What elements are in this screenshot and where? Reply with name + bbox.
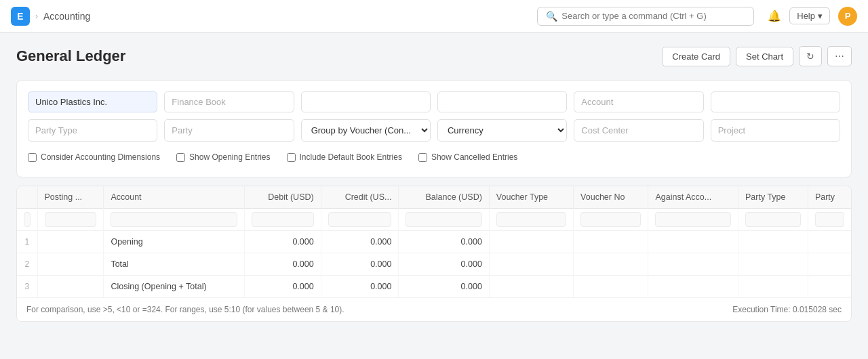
help-label: Help bbox=[797, 11, 815, 21]
row-credit-3: 0.000 bbox=[321, 276, 399, 298]
create-card-button[interactable]: Create Card bbox=[662, 47, 730, 66]
row-party-2 bbox=[808, 253, 851, 276]
topnav: E › Accounting 🔍 🔔 Help ▾ P bbox=[0, 0, 868, 33]
opening-entries-checkbox[interactable] bbox=[176, 153, 185, 162]
ledger-table-wrap: Posting ... Account Debit (USD) Credit (… bbox=[16, 186, 852, 322]
row-posting-3 bbox=[37, 276, 104, 298]
to-date-filter[interactable]: 26-04-2021 bbox=[437, 91, 567, 112]
row-num-3: 3 bbox=[17, 276, 37, 298]
row-party-type-3 bbox=[738, 276, 808, 298]
row-party-1 bbox=[808, 231, 851, 253]
row-party-type-1 bbox=[738, 231, 808, 253]
breadcrumb-sep: › bbox=[35, 12, 38, 21]
from-date-filter[interactable]: 26-04-2021 bbox=[301, 91, 431, 112]
row-balance-2: 0.000 bbox=[399, 253, 489, 276]
opening-entries-checkbox-label[interactable]: Show Opening Entries bbox=[176, 152, 270, 162]
default-book-label: Include Default Book Entries bbox=[300, 152, 402, 162]
page-header: General Ledger Create Card Set Chart ↻ ⋯ bbox=[16, 46, 852, 66]
row-posting-2 bbox=[37, 253, 104, 276]
voucher-no-filter[interactable]: MAT-STE-2021-00003 bbox=[711, 91, 840, 112]
row-voucher-type-1 bbox=[489, 231, 573, 253]
table-row[interactable]: 2 Total 0.000 0.000 0.000 bbox=[17, 253, 851, 276]
filter-row-1: 26-04-2021 26-04-2021 MAT-STE-2021-00003 bbox=[28, 91, 840, 112]
main-content: General Ledger Create Card Set Chart ↻ ⋯… bbox=[0, 33, 868, 335]
company-filter[interactable] bbox=[28, 91, 157, 112]
header-actions: Create Card Set Chart ↻ ⋯ bbox=[662, 46, 852, 66]
col-balance[interactable]: Balance (USD) bbox=[399, 186, 489, 209]
row-debit-1: 0.000 bbox=[244, 231, 321, 253]
app-logo[interactable]: E bbox=[11, 7, 30, 26]
project-filter[interactable] bbox=[711, 119, 840, 142]
row-debit-3: 0.000 bbox=[244, 276, 321, 298]
refresh-button[interactable]: ↻ bbox=[799, 46, 822, 66]
nav-right: 🔔 Help ▾ P bbox=[768, 7, 857, 26]
filter-row-2: Group by Voucher (Con... Currency bbox=[28, 119, 840, 142]
row-voucher-no-3 bbox=[574, 276, 648, 298]
footer-hint: For comparison, use >5, <10 or =324. For… bbox=[26, 305, 344, 314]
row-num-1: 1 bbox=[17, 231, 37, 253]
execution-time: Execution Time: 0.015028 sec bbox=[732, 305, 842, 314]
col-voucher-no[interactable]: Voucher No bbox=[574, 186, 648, 209]
row-balance-1: 0.000 bbox=[399, 231, 489, 253]
module-label[interactable]: Accounting bbox=[43, 11, 90, 22]
col-party-type[interactable]: Party Type bbox=[738, 186, 808, 209]
col-credit[interactable]: Credit (US... bbox=[321, 186, 399, 209]
table-footer: For comparison, use >5, <10 or =324. For… bbox=[17, 297, 851, 321]
search-icon: 🔍 bbox=[546, 11, 557, 22]
accounting-dimensions-checkbox[interactable] bbox=[28, 153, 37, 162]
col-voucher-type[interactable]: Voucher Type bbox=[489, 186, 573, 209]
row-account-2: Total bbox=[104, 253, 244, 276]
row-against-1 bbox=[648, 231, 738, 253]
row-against-3 bbox=[648, 276, 738, 298]
row-credit-2: 0.000 bbox=[321, 253, 399, 276]
party-type-filter[interactable] bbox=[28, 119, 157, 142]
set-chart-button[interactable]: Set Chart bbox=[736, 47, 793, 66]
more-options-button[interactable]: ⋯ bbox=[827, 46, 852, 66]
row-voucher-type-3 bbox=[489, 276, 573, 298]
notification-icon[interactable]: 🔔 bbox=[768, 9, 781, 22]
cost-center-filter[interactable] bbox=[574, 119, 703, 142]
cancelled-entries-label: Show Cancelled Entries bbox=[431, 152, 517, 162]
col-account[interactable]: Account bbox=[104, 186, 244, 209]
cancelled-entries-checkbox[interactable] bbox=[418, 153, 427, 162]
ledger-table: Posting ... Account Debit (USD) Credit (… bbox=[17, 186, 851, 297]
opening-entries-label: Show Opening Entries bbox=[189, 152, 270, 162]
cancelled-entries-checkbox-label[interactable]: Show Cancelled Entries bbox=[418, 152, 517, 162]
row-account-3: Closing (Opening + Total) bbox=[104, 276, 244, 298]
table-row[interactable]: 1 Opening 0.000 0.000 0.000 bbox=[17, 231, 851, 253]
default-book-checkbox-label[interactable]: Include Default Book Entries bbox=[287, 152, 402, 162]
accounting-dimensions-checkbox-label[interactable]: Consider Accounting Dimensions bbox=[28, 152, 160, 162]
search-input[interactable] bbox=[561, 11, 745, 21]
avatar[interactable]: P bbox=[838, 7, 857, 26]
col-party[interactable]: Party bbox=[808, 186, 851, 209]
row-credit-1: 0.000 bbox=[321, 231, 399, 253]
search-bar[interactable]: 🔍 bbox=[537, 7, 754, 26]
row-posting-1 bbox=[37, 231, 104, 253]
row-num-2: 2 bbox=[17, 253, 37, 276]
col-posting[interactable]: Posting ... bbox=[37, 186, 104, 209]
row-party-type-2 bbox=[738, 253, 808, 276]
row-voucher-no-2 bbox=[574, 253, 648, 276]
row-against-2 bbox=[648, 253, 738, 276]
table-header-row: Posting ... Account Debit (USD) Credit (… bbox=[17, 186, 851, 209]
row-balance-3: 0.000 bbox=[399, 276, 489, 298]
help-chevron-icon: ▾ bbox=[818, 11, 823, 21]
account-filter[interactable] bbox=[574, 91, 703, 112]
table-row[interactable]: 3 Closing (Opening + Total) 0.000 0.000 … bbox=[17, 276, 851, 298]
col-debit[interactable]: Debit (USD) bbox=[244, 186, 321, 209]
help-menu[interactable]: Help ▾ bbox=[789, 7, 830, 24]
row-voucher-type-2 bbox=[489, 253, 573, 276]
accounting-dimensions-label: Consider Accounting Dimensions bbox=[41, 152, 160, 162]
filter-card: 26-04-2021 26-04-2021 MAT-STE-2021-00003… bbox=[16, 80, 852, 177]
page-title: General Ledger bbox=[16, 47, 125, 65]
default-book-checkbox[interactable] bbox=[287, 153, 296, 162]
col-against-acco[interactable]: Against Acco... bbox=[648, 186, 738, 209]
row-voucher-no-1 bbox=[574, 231, 648, 253]
party-filter[interactable] bbox=[164, 119, 294, 142]
row-debit-2: 0.000 bbox=[244, 253, 321, 276]
row-account-1: Opening bbox=[104, 231, 244, 253]
checkbox-row: Consider Accounting Dimensions Show Open… bbox=[28, 148, 840, 166]
group-by-filter[interactable]: Group by Voucher (Con... bbox=[301, 119, 431, 142]
finance-book-filter[interactable] bbox=[164, 91, 294, 112]
currency-filter[interactable]: Currency bbox=[437, 119, 567, 142]
